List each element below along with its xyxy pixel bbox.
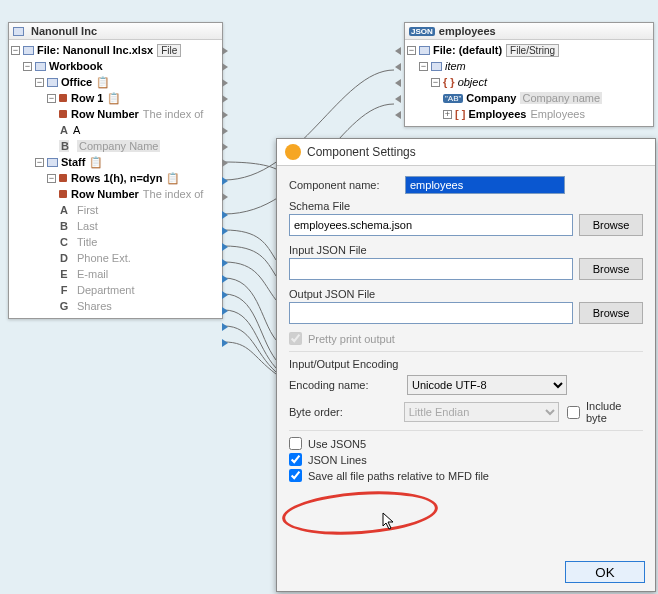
source-title: Nanonull Inc	[31, 25, 97, 37]
dst-file-node[interactable]: − File: (default) File/String	[407, 42, 651, 58]
rownum-icon	[59, 110, 67, 118]
pretty-print-checkbox	[289, 332, 302, 345]
dialog-title-bar[interactable]: Component Settings	[277, 139, 655, 166]
input-json-input[interactable]	[289, 258, 573, 280]
src-row1[interactable]: − Row 1 📋	[11, 90, 220, 106]
source-title-bar[interactable]: Nanonull Inc	[9, 23, 222, 40]
src-workbook[interactable]: − Workbook	[11, 58, 220, 74]
row-icon	[59, 174, 67, 182]
save-paths-label: Save all file paths relative to MFD file	[308, 470, 489, 482]
src-file-node[interactable]: − File: Nanonull Inc.xlsx File	[11, 42, 220, 58]
byte-order-label: Byte order:	[289, 406, 396, 418]
dst-item[interactable]: − item	[407, 58, 651, 74]
collapse-icon[interactable]: −	[11, 46, 20, 55]
component-name-label: Component name:	[289, 179, 399, 191]
item-icon	[431, 62, 442, 71]
encoding-name-select[interactable]: Unicode UTF-8	[407, 375, 567, 395]
json-lines-checkbox[interactable]	[289, 453, 302, 466]
output-json-input[interactable]	[289, 302, 573, 324]
rownum-icon	[59, 190, 67, 198]
collapse-icon[interactable]: −	[47, 174, 56, 183]
src-col-title[interactable]: CTitle	[11, 234, 220, 250]
sheet-icon	[47, 78, 58, 87]
src-col-email[interactable]: EE-mail	[11, 266, 220, 282]
src-rows1h[interactable]: − Rows 1(h), n=dyn 📋	[11, 170, 220, 186]
file-icon	[419, 46, 430, 55]
schema-file-label: Schema File	[289, 200, 643, 212]
src-col-first[interactable]: AFirst	[11, 202, 220, 218]
src-col-last[interactable]: BLast	[11, 218, 220, 234]
collapse-icon[interactable]: −	[47, 94, 56, 103]
target-title: employees	[439, 25, 496, 37]
src-col-b[interactable]: BCompany Name	[11, 138, 220, 154]
target-component: JSON employees − File: (default) File/St…	[404, 22, 654, 127]
collapse-icon[interactable]: −	[419, 62, 428, 71]
row-icon	[59, 94, 67, 102]
input-json-browse-button[interactable]: Browse	[579, 258, 643, 280]
file-tag[interactable]: File/String	[506, 44, 559, 57]
array-icon: [ ]	[455, 108, 465, 120]
target-tree: − File: (default) File/String − item − {…	[405, 40, 653, 126]
excel-icon	[13, 27, 24, 36]
sheet-icon	[47, 158, 58, 167]
input-json-label: Input JSON File	[289, 244, 643, 256]
src-rownumber-2[interactable]: Row Number The index of	[11, 186, 220, 202]
dst-company[interactable]: "AB" Company Company name	[407, 90, 651, 106]
collapse-icon[interactable]: −	[431, 78, 440, 87]
file-tag[interactable]: File	[157, 44, 181, 57]
ok-button[interactable]: OK	[565, 561, 645, 583]
output-json-label: Output JSON File	[289, 288, 643, 300]
include-byte-checkbox[interactable]	[567, 406, 580, 419]
src-col-shares[interactable]: GShares	[11, 298, 220, 314]
use-json5-checkbox[interactable]	[289, 437, 302, 450]
file-icon	[23, 46, 34, 55]
string-icon: "AB"	[443, 94, 463, 103]
collapse-icon[interactable]: −	[23, 62, 32, 71]
schema-browse-button[interactable]: Browse	[579, 214, 643, 236]
src-col-dept[interactable]: FDepartment	[11, 282, 220, 298]
collapse-icon[interactable]: −	[35, 158, 44, 167]
encoding-header: Input/Output Encoding	[289, 358, 643, 370]
json-lines-label: JSON Lines	[308, 454, 367, 466]
gear-icon	[285, 144, 301, 160]
src-col-phone[interactable]: DPhone Ext.	[11, 250, 220, 266]
schema-file-input[interactable]	[289, 214, 573, 236]
save-paths-checkbox[interactable]	[289, 469, 302, 482]
collapse-icon[interactable]: −	[35, 78, 44, 87]
byte-order-select: Little Endian	[404, 402, 559, 422]
dst-employees[interactable]: + [ ] Employees Employees	[407, 106, 651, 122]
dst-object[interactable]: − { } object	[407, 74, 651, 90]
object-icon: { }	[443, 76, 455, 88]
dialog-title: Component Settings	[307, 145, 416, 159]
target-title-bar[interactable]: JSON employees	[405, 23, 653, 40]
encoding-name-label: Encoding name:	[289, 379, 399, 391]
src-staff[interactable]: − Staff 📋	[11, 154, 220, 170]
source-component: Nanonull Inc − File: Nanonull Inc.xlsx F…	[8, 22, 223, 319]
workbook-icon	[35, 62, 46, 71]
src-col-a[interactable]: AA	[11, 122, 220, 138]
source-tree: − File: Nanonull Inc.xlsx File − Workboo…	[9, 40, 222, 318]
expand-icon[interactable]: +	[443, 110, 452, 119]
use-json5-label: Use JSON5	[308, 438, 366, 450]
collapse-icon[interactable]: −	[407, 46, 416, 55]
json-badge: JSON	[409, 27, 435, 36]
component-name-input[interactable]	[405, 176, 565, 194]
src-office[interactable]: − Office 📋	[11, 74, 220, 90]
pretty-print-check: Pretty print output	[289, 332, 643, 345]
src-rownumber[interactable]: Row Number The index of	[11, 106, 220, 122]
component-settings-dialog: Component Settings Component name: Schem…	[276, 138, 656, 592]
include-byte-label: Include byte	[586, 400, 643, 424]
output-json-browse-button[interactable]: Browse	[579, 302, 643, 324]
